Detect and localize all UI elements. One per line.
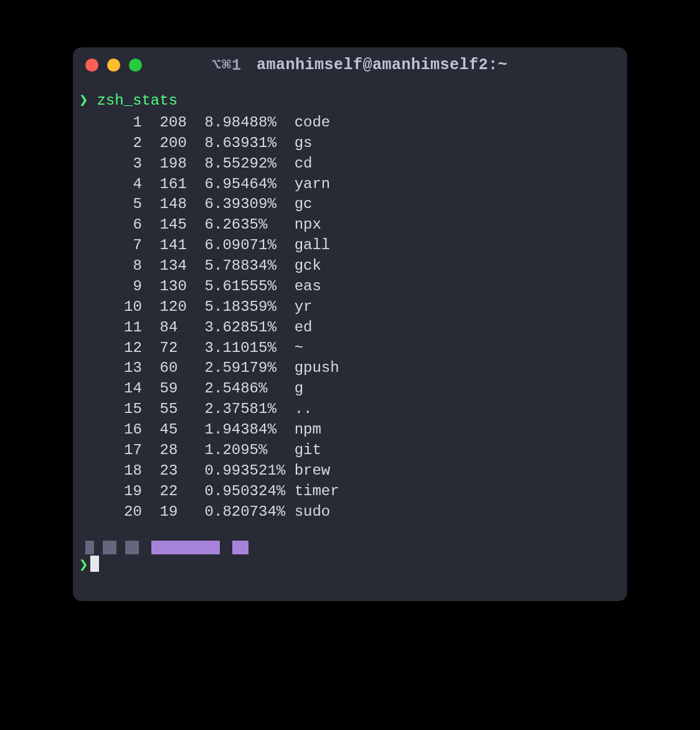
- stats-output: 1208 8.98488% code 2200 8.63931% gs 3198…: [79, 113, 621, 523]
- stat-count: 28: [160, 440, 205, 461]
- stat-rank: 2: [79, 133, 142, 154]
- stat-row: 1922 0.950324% timer: [79, 481, 621, 502]
- stat-command: npm: [295, 420, 321, 440]
- stat-rank: 1: [79, 113, 142, 133]
- stat-command: cd: [295, 154, 313, 174]
- stat-count: 59: [160, 379, 205, 399]
- stat-command: gc: [295, 194, 313, 215]
- stat-percent: 0.820734%: [205, 502, 295, 523]
- minimize-icon[interactable]: [107, 59, 120, 72]
- stat-command: yarn: [295, 174, 331, 195]
- stat-rank: 17: [79, 440, 142, 461]
- stat-percent: 2.37581%: [205, 399, 295, 420]
- stat-percent: 5.61555%: [205, 277, 295, 297]
- stat-count: 198: [160, 154, 205, 174]
- stat-row: 10120 5.18359% yr: [79, 297, 621, 318]
- prompt-line: ❯zsh_stats: [79, 91, 621, 111]
- stat-rank: 16: [79, 420, 142, 440]
- maximize-icon[interactable]: [129, 59, 142, 72]
- stat-count: 84: [160, 318, 205, 338]
- stat-row: 6145 6.2635% npx: [79, 215, 621, 235]
- stat-count: 148: [160, 194, 205, 215]
- stat-row: 5148 6.39309% gc: [79, 194, 621, 215]
- stat-percent: 3.11015%: [205, 338, 295, 359]
- stat-row: 2200 8.63931% gs: [79, 133, 621, 154]
- stat-count: 72: [160, 338, 205, 359]
- stat-command: code: [295, 113, 331, 133]
- stat-rank: 20: [79, 502, 142, 523]
- stat-row: 1272 3.11015% ~: [79, 338, 621, 359]
- stat-row: 1184 3.62851% ed: [79, 318, 621, 338]
- stat-percent: 6.39309%: [205, 194, 295, 215]
- stat-command: npx: [295, 215, 321, 235]
- stat-count: 23: [160, 461, 205, 481]
- stat-rank: 7: [79, 235, 142, 256]
- prompt-arrow-icon: ❯: [79, 91, 88, 111]
- stat-command: gs: [295, 133, 313, 154]
- stat-count: 145: [160, 215, 205, 235]
- stat-count: 130: [160, 277, 205, 297]
- stat-row: 1459 2.5486% g: [79, 379, 621, 399]
- title-center: ⌥⌘1 amanhimself@amanhimself2:~: [148, 55, 571, 75]
- stat-percent: 0.950324%: [205, 481, 295, 502]
- stat-command: sudo: [295, 502, 331, 523]
- stat-rank: 4: [79, 174, 142, 195]
- stat-command: gck: [295, 256, 321, 277]
- terminal-body[interactable]: ❯zsh_stats 1208 8.98488% code 2200 8.639…: [73, 82, 627, 601]
- stat-percent: 6.2635%: [205, 215, 295, 235]
- stat-count: 134: [160, 256, 205, 277]
- stat-rank: 10: [79, 297, 142, 318]
- stat-count: 161: [160, 174, 205, 195]
- stat-command: yr: [295, 297, 313, 318]
- prompt-arrow-icon: ❯: [79, 556, 88, 576]
- stat-percent: 3.62851%: [205, 318, 295, 338]
- stat-rank: 14: [79, 379, 142, 399]
- stat-percent: 8.63931%: [205, 133, 295, 154]
- active-prompt-line[interactable]: ❯: [79, 556, 621, 576]
- stat-percent: 6.95464%: [205, 174, 295, 195]
- stat-rank: 9: [79, 277, 142, 297]
- stat-count: 200: [160, 133, 205, 154]
- command-text: zsh_stats: [97, 91, 177, 111]
- stat-command: timer: [295, 481, 339, 502]
- stat-row: 2019 0.820734% sudo: [79, 502, 621, 523]
- obscured-prompt-line: [79, 539, 621, 556]
- stat-percent: 8.98488%: [205, 113, 295, 133]
- stat-percent: 6.09071%: [205, 235, 295, 256]
- stat-count: 208: [160, 113, 205, 133]
- stat-row: 1555 2.37581% ..: [79, 399, 621, 420]
- stat-percent: 2.5486%: [205, 379, 295, 399]
- stat-rank: 18: [79, 461, 142, 481]
- stat-rank: 11: [79, 318, 142, 338]
- stat-row: 1208 8.98488% code: [79, 113, 621, 133]
- stat-row: 1728 1.2095% git: [79, 440, 621, 461]
- terminal-window: ⌥⌘1 amanhimself@amanhimself2:~ ❯zsh_stat…: [73, 47, 627, 601]
- stat-percent: 5.78834%: [205, 256, 295, 277]
- stat-row: 1823 0.993521% brew: [79, 461, 621, 481]
- stat-command: brew: [295, 461, 331, 481]
- title-bar: ⌥⌘1 amanhimself@amanhimself2:~: [73, 47, 627, 82]
- stat-command: eas: [295, 277, 321, 297]
- stat-count: 60: [160, 358, 205, 379]
- stat-command: g: [295, 379, 303, 399]
- stat-command: ~: [295, 338, 303, 359]
- cursor-icon: [90, 556, 99, 572]
- stat-rank: 6: [79, 215, 142, 235]
- stat-percent: 8.55292%: [205, 154, 295, 174]
- window-title: amanhimself@amanhimself2:~: [257, 56, 508, 74]
- close-icon[interactable]: [85, 59, 98, 72]
- stat-percent: 5.18359%: [205, 297, 295, 318]
- stat-row: 4161 6.95464% yarn: [79, 174, 621, 195]
- stat-row: 8134 5.78834% gck: [79, 256, 621, 277]
- stat-row: 1645 1.94384% npm: [79, 420, 621, 440]
- stat-command: ed: [295, 318, 313, 338]
- stat-row: 3198 8.55292% cd: [79, 154, 621, 174]
- stat-rank: 8: [79, 256, 142, 277]
- stat-count: 120: [160, 297, 205, 318]
- stat-count: 19: [160, 502, 205, 523]
- stat-command: gpush: [295, 358, 339, 379]
- stat-command: gall: [295, 235, 331, 256]
- stat-row: 9130 5.61555% eas: [79, 277, 621, 297]
- traffic-lights: [85, 59, 142, 72]
- stat-percent: 1.2095%: [205, 440, 295, 461]
